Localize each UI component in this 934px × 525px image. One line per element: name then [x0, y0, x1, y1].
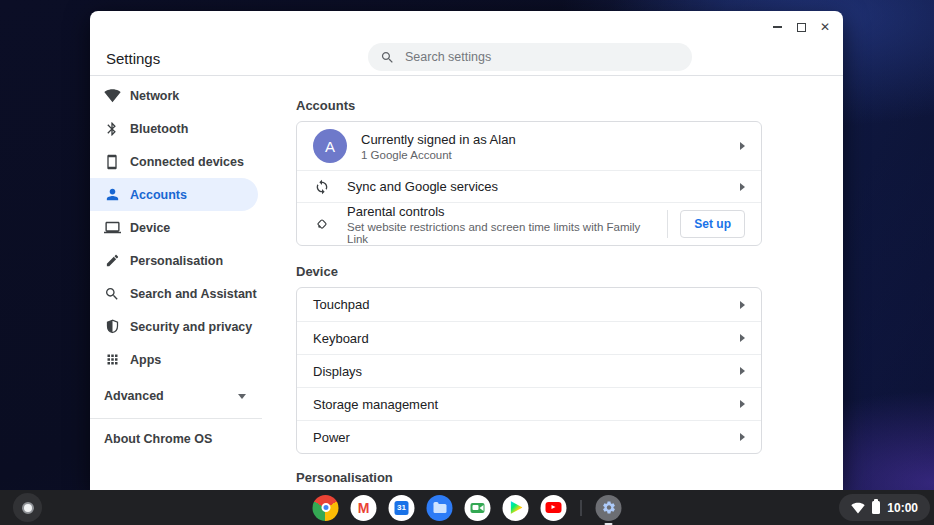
touchpad-label: Touchpad	[313, 297, 740, 312]
advanced-label: Advanced	[104, 389, 164, 403]
keyboard-row[interactable]: Keyboard	[297, 321, 761, 354]
sidebar-item-bluetooth[interactable]: Bluetooth	[90, 112, 258, 145]
files-icon	[427, 495, 453, 521]
shelf-divider	[581, 500, 582, 516]
sidebar-item-label: Search and Assistant	[130, 287, 257, 301]
status-tray[interactable]: 10:00	[839, 494, 930, 521]
sidebar-item-security-privacy[interactable]: Security and privacy	[90, 310, 258, 343]
parental-controls-row: Parental controls Set website restrictio…	[297, 202, 761, 245]
chevron-right-icon	[740, 367, 745, 375]
chevron-right-icon	[740, 183, 745, 191]
sync-row[interactable]: Sync and Google services	[297, 170, 761, 202]
clock: 10:00	[887, 501, 918, 515]
row-divider	[667, 210, 668, 238]
personalisation-section-heading: Personalisation	[296, 470, 762, 485]
signed-in-subtitle: 1 Google Account	[361, 149, 740, 161]
meet-icon	[465, 495, 491, 521]
maximize-icon	[797, 23, 806, 32]
minimize-icon	[773, 26, 782, 28]
shelf-app-gmail[interactable]: M	[351, 495, 377, 521]
accounts-card: A Currently signed in as Alan 1 Google A…	[296, 121, 762, 246]
accounts-section-heading: Accounts	[296, 98, 762, 113]
sidebar-item-label: Accounts	[130, 188, 187, 202]
sidebar-item-label: Personalisation	[130, 254, 223, 268]
shelf-app-calendar[interactable]: 31	[389, 495, 415, 521]
minimize-button[interactable]	[769, 19, 785, 35]
caret-down-icon	[238, 394, 246, 399]
sidebar-item-search-assistant[interactable]: Search and Assistant	[90, 277, 258, 310]
person-icon	[103, 186, 121, 204]
launcher-button[interactable]	[13, 493, 42, 522]
settings-content: Accounts A Currently signed in as Alan 1…	[296, 76, 762, 490]
power-row[interactable]: Power	[297, 420, 761, 453]
storage-management-label: Storage management	[313, 397, 740, 412]
signed-in-row[interactable]: A Currently signed in as Alan 1 Google A…	[297, 122, 761, 170]
laptop-icon	[103, 219, 121, 237]
shelf-app-meet[interactable]	[465, 495, 491, 521]
signed-in-text: Currently signed in as Alan 1 Google Acc…	[361, 132, 740, 161]
window-controls: ✕	[769, 19, 833, 35]
calendar-icon: 31	[389, 495, 415, 521]
chevron-right-icon	[740, 433, 745, 441]
apps-grid-icon	[103, 351, 121, 369]
family-link-icon	[313, 215, 331, 233]
wifi-icon	[851, 501, 865, 515]
search-icon	[380, 50, 395, 65]
youtube-icon	[541, 495, 567, 521]
shelf-apps: M 31	[313, 490, 622, 525]
settings-sidebar: Network Bluetooth Connected devices Acco…	[90, 76, 280, 490]
parental-title: Parental controls	[347, 204, 659, 219]
settings-window: ✕ Settings Network Bluetooth	[90, 11, 843, 490]
close-button[interactable]: ✕	[817, 19, 833, 35]
shelf-app-files[interactable]	[427, 495, 453, 521]
active-app-indicator	[605, 523, 613, 525]
device-section-heading: Device	[296, 264, 762, 279]
displays-row[interactable]: Displays	[297, 354, 761, 387]
sidebar-item-network[interactable]: Network	[90, 79, 258, 112]
sidebar-item-label: Bluetooth	[130, 122, 188, 136]
shelf-app-youtube[interactable]	[541, 495, 567, 521]
sidebar-advanced-toggle[interactable]: Advanced	[90, 380, 280, 412]
sidebar-item-connected-devices[interactable]: Connected devices	[90, 145, 258, 178]
sidebar-item-label: Connected devices	[130, 155, 244, 169]
parental-subtitle: Set website restrictions and screen time…	[347, 221, 659, 245]
smartphone-icon	[103, 153, 121, 171]
sidebar-item-apps[interactable]: Apps	[90, 343, 258, 376]
sidebar-item-accounts[interactable]: Accounts	[90, 178, 258, 211]
shelf: M 31 10:00	[0, 490, 934, 525]
avatar: A	[313, 129, 347, 163]
keyboard-label: Keyboard	[313, 331, 740, 346]
touchpad-row[interactable]: Touchpad	[297, 288, 761, 321]
shelf-app-play-store[interactable]	[503, 495, 529, 521]
chrome-icon	[313, 495, 339, 521]
shelf-app-chrome[interactable]	[313, 495, 339, 521]
pen-icon	[103, 252, 121, 270]
shield-icon	[103, 318, 121, 336]
sync-icon	[313, 178, 331, 196]
page-title: Settings	[106, 50, 160, 67]
chevron-right-icon	[740, 334, 745, 342]
set-up-button[interactable]: Set up	[680, 210, 745, 238]
chevron-right-icon	[740, 142, 745, 150]
sidebar-item-label: Security and privacy	[130, 320, 252, 334]
sidebar-item-label: Device	[130, 221, 170, 235]
chevron-right-icon	[740, 301, 745, 309]
battery-icon	[872, 501, 880, 514]
wifi-icon	[103, 87, 121, 105]
signed-in-title: Currently signed in as Alan	[361, 132, 740, 147]
sidebar-item-personalisation[interactable]: Personalisation	[90, 244, 258, 277]
settings-search-bar[interactable]	[368, 43, 692, 71]
settings-gear-icon	[596, 495, 622, 521]
bluetooth-icon	[103, 120, 121, 138]
sidebar-item-label: Apps	[130, 353, 161, 367]
sync-title: Sync and Google services	[347, 179, 740, 194]
shelf-app-settings[interactable]	[596, 495, 622, 521]
sidebar-item-label: Network	[130, 89, 179, 103]
storage-management-row[interactable]: Storage management	[297, 387, 761, 420]
search-input[interactable]	[405, 50, 680, 64]
maximize-button[interactable]	[793, 19, 809, 35]
play-store-icon	[503, 495, 529, 521]
sidebar-item-about-chrome-os[interactable]: About Chrome OS	[90, 419, 280, 459]
chevron-right-icon	[740, 400, 745, 408]
sidebar-item-device[interactable]: Device	[90, 211, 258, 244]
